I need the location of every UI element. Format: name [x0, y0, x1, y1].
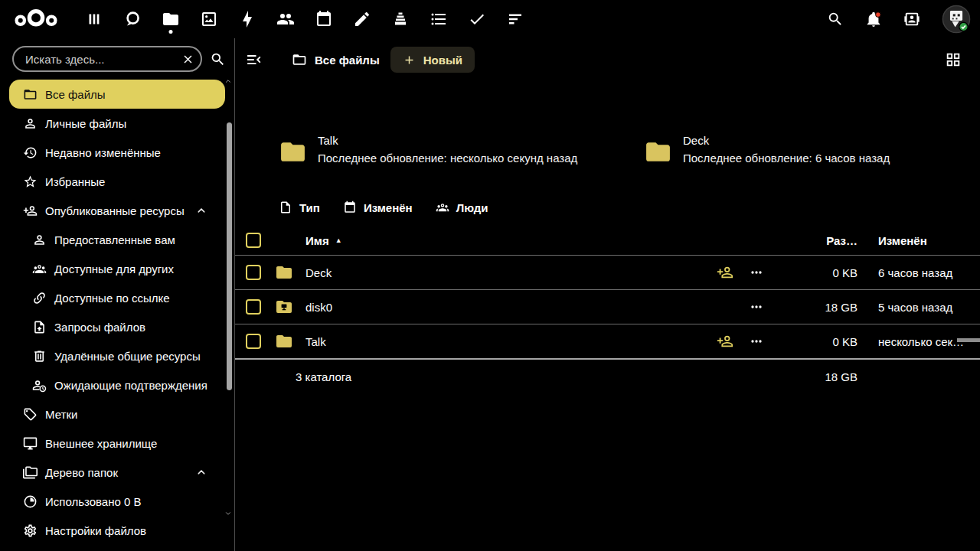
- app-lightning-icon[interactable]: [237, 4, 257, 34]
- select-all-checkbox[interactable]: [246, 233, 261, 248]
- filter-chip-label: Люди: [456, 201, 488, 214]
- sidebar-item[interactable]: Личные файлы: [0, 109, 234, 138]
- scroll-down-icon[interactable]: [224, 509, 233, 518]
- scroll-up-icon[interactable]: [224, 77, 233, 86]
- people-icon: [436, 201, 449, 214]
- app-calendar-icon[interactable]: [314, 4, 334, 34]
- sidebar-item[interactable]: Избранные: [0, 167, 234, 196]
- search-icon-button[interactable]: [210, 50, 228, 68]
- table-row[interactable]: disk018 GB5 часов назад: [235, 290, 980, 324]
- filter-chip-Люди[interactable]: Люди: [436, 201, 488, 214]
- actions-menu-button[interactable]: [741, 298, 772, 316]
- sidebar-item-label: Доступные для других: [54, 262, 174, 276]
- file-name[interactable]: Deck: [305, 266, 715, 279]
- sidebar-item[interactable]: Использовано 0 B: [0, 487, 234, 516]
- sidebar-item[interactable]: Недавно изменённые: [0, 138, 234, 167]
- app-folder-icon[interactable]: [161, 4, 181, 34]
- sidebar-item[interactable]: Все файлы: [9, 80, 225, 109]
- sidebar-item-label: Удалённые общие ресурсы: [54, 350, 201, 363]
- sidebar-item[interactable]: Настройки файлов: [0, 516, 234, 545]
- sidebar-item[interactable]: Предоставленные вам: [0, 225, 234, 254]
- sidebar-item[interactable]: Дерево папок: [0, 458, 234, 487]
- clear-search-button[interactable]: [181, 53, 194, 66]
- sidebar-scrollbar-thumb[interactable]: [227, 122, 232, 390]
- dots-icon: [749, 265, 764, 280]
- column-name-label: Имя: [305, 234, 329, 247]
- app-check-icon[interactable]: [467, 4, 487, 34]
- app-stack-icon[interactable]: [390, 4, 410, 34]
- search-input[interactable]: [24, 52, 181, 67]
- person-clock-icon: [32, 378, 47, 393]
- topbar-right: [827, 0, 971, 38]
- contacts-menu-button[interactable]: [903, 10, 922, 28]
- sidebar-item[interactable]: Ожидающие подтверждения: [0, 370, 234, 399]
- scrollbar-fragment[interactable]: [957, 338, 980, 342]
- sidebar-item[interactable]: Внешнее хранилище: [0, 429, 234, 458]
- filter-chips: ТипИзменёнЛюди: [279, 196, 488, 219]
- sidebar-item[interactable]: Удалённые общие ресурсы: [0, 341, 234, 370]
- row-checkbox[interactable]: [246, 334, 261, 349]
- sidebar-item[interactable]: Опубликованные ресурсы: [0, 196, 234, 225]
- folder-network-icon: [275, 298, 293, 316]
- grid-view-toggle[interactable]: [945, 51, 963, 69]
- share-button[interactable]: [715, 263, 735, 282]
- breadcrumb[interactable]: Все файлы: [292, 52, 380, 67]
- photo-icon: [200, 10, 218, 28]
- sort-by-name-button[interactable]: Имя ▲: [305, 234, 342, 247]
- share-placeholder: [715, 298, 735, 316]
- list-icon: [430, 10, 448, 28]
- recent-card[interactable]: DeckПоследнее обновление: 6 часов назад: [644, 132, 890, 167]
- new-button[interactable]: Новый: [390, 47, 475, 73]
- file-size: 0 KB: [778, 266, 858, 279]
- sidebar-item[interactable]: Доступные для других: [0, 254, 234, 283]
- sidebar-item-label: Ожидающие подтверждения: [54, 379, 207, 392]
- actions-menu-button[interactable]: [741, 263, 772, 282]
- file-rows: Deck0 KB6 часов назадdisk018 GB5 часов н…: [235, 256, 980, 360]
- app-photo-icon[interactable]: [199, 4, 219, 34]
- talk-bubble-icon: [123, 10, 142, 28]
- sidebar-item[interactable]: Метки: [0, 399, 234, 429]
- recent-card[interactable]: TalkПоследнее обновление: несколько секу…: [279, 132, 577, 167]
- sidebar-item[interactable]: Запросы файлов: [0, 312, 234, 341]
- filter-chip-Тип[interactable]: Тип: [279, 201, 320, 214]
- column-size-header[interactable]: Раз…: [778, 234, 858, 247]
- actions-menu-button[interactable]: [741, 332, 772, 350]
- app-two-people-icon[interactable]: [276, 4, 296, 34]
- notifications-button[interactable]: [865, 10, 884, 28]
- calendar-icon: [343, 201, 357, 214]
- table-row[interactable]: Talk0 KBнесколько сек…: [235, 324, 980, 360]
- unified-search-button[interactable]: [827, 10, 845, 28]
- chevron-up-icon[interactable]: [194, 465, 208, 479]
- sidebar-scrollbar[interactable]: [224, 77, 233, 524]
- app-lines-icon[interactable]: [505, 4, 525, 34]
- calendar-icon: [315, 10, 333, 28]
- share-button[interactable]: [715, 332, 735, 350]
- sidebar-item-label: Настройки файлов: [45, 524, 146, 537]
- chevron-up-icon[interactable]: [194, 204, 208, 217]
- folder-icon: [162, 10, 180, 28]
- row-checkbox[interactable]: [246, 299, 261, 315]
- file-icon: [279, 201, 292, 214]
- filter-chip-label: Изменён: [364, 201, 413, 214]
- sidebar-item-label: Использовано 0 B: [45, 495, 142, 508]
- nextcloud-logo-icon: [12, 7, 60, 31]
- column-modified-header[interactable]: Изменён: [878, 234, 980, 247]
- app-pencil-icon[interactable]: [352, 4, 372, 34]
- nextcloud-logo[interactable]: [12, 6, 60, 32]
- lines-icon: [506, 10, 524, 28]
- people-icon: [32, 262, 47, 276]
- stack-icon: [391, 10, 410, 28]
- contact-badge-icon: [903, 11, 920, 28]
- user-avatar[interactable]: [942, 5, 971, 34]
- sidebar-item-label: Опубликованные ресурсы: [45, 204, 185, 217]
- row-checkbox[interactable]: [246, 265, 261, 280]
- app-list-icon[interactable]: [429, 4, 449, 34]
- collapse-sidebar-button[interactable]: [246, 51, 264, 69]
- table-row[interactable]: Deck0 KB6 часов назад: [235, 256, 980, 290]
- file-name[interactable]: Talk: [305, 335, 715, 348]
- file-name[interactable]: disk0: [305, 301, 715, 314]
- sidebar-item[interactable]: Доступные по ссылке: [0, 283, 234, 312]
- app-columns-icon[interactable]: [84, 4, 104, 34]
- filter-chip-Изменён[interactable]: Изменён: [343, 201, 413, 214]
- app-talk-bubble-icon[interactable]: [122, 4, 142, 34]
